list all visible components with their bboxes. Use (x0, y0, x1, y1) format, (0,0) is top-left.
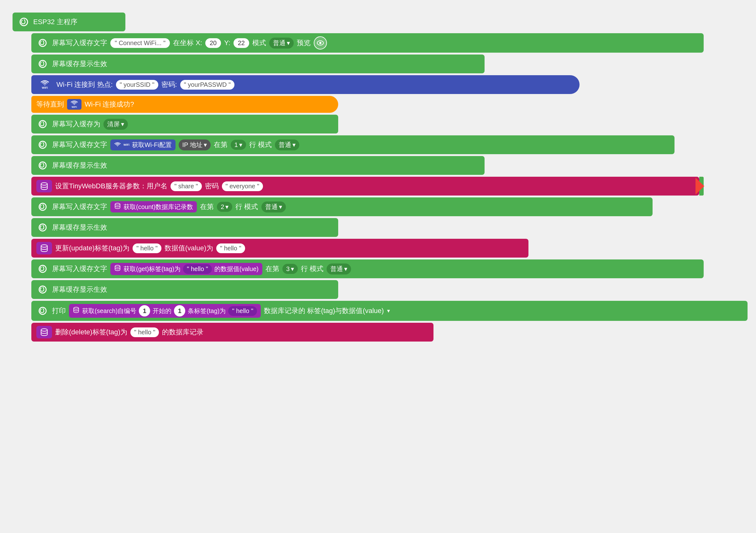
screen-flush-label-4: 屏幕缓存显示生效 (52, 285, 107, 294)
search-num1[interactable]: 1 (139, 305, 150, 316)
db-badge-3 (36, 326, 52, 338)
svg-point-12 (41, 245, 47, 247)
ip-config-dropdown[interactable]: IP 地址 ▾ (179, 140, 211, 150)
tinydb-pwd-label: 密码 (205, 181, 219, 191)
update-tag-label: 更新(update)标签(tag)为 (55, 244, 129, 253)
svg-point-17 (74, 307, 79, 309)
mode-dropdown-1[interactable]: 普通 ▾ (269, 38, 294, 49)
search-dropdown-arrow[interactable]: ▾ (387, 307, 390, 314)
count-db-block: 获取(count)数据库记录数 (110, 201, 197, 212)
spiral-icon-10 (36, 305, 49, 317)
row-dropdown-count[interactable]: 2 ▾ (217, 202, 232, 212)
db-badge-2 (36, 242, 52, 254)
ssid-value[interactable]: " yourSSID " (116, 80, 158, 90)
set-tinydb-block: 设置TinyWebDB服务器参数：用户名 " share " 密码 " ever… (31, 177, 699, 196)
row-dropdown-ip[interactable]: 1 ▾ (231, 140, 246, 150)
screen-flush-block-2: 屏幕缓存显示生效 (31, 156, 485, 175)
delete-tag-label: 删除(delete)标签(tag)为 (55, 328, 127, 337)
wifi-connect-block: WiFi Wi-Fi 连接到 热点: " yourSSID " 密码: " yo… (31, 75, 580, 94)
screen-write-block-1: 屏幕写入缓存文字 " Connect WiFi... " 在坐标 X: 20 Y… (31, 33, 704, 53)
db-badge-1 (36, 180, 52, 192)
screen-flush-block-3: 屏幕缓存显示生效 (31, 218, 338, 237)
screen-flush-label-3: 屏幕缓存显示生效 (52, 223, 107, 232)
get-db-label: 获取(get)标签(tag)为 (123, 265, 180, 273)
screen-write-label-1: 屏幕写入缓存文字 (52, 38, 107, 48)
header-label: ESP32 主程序 (33, 17, 77, 27)
wifi-badge-2: WiFi (67, 99, 81, 110)
y-label: Y: (224, 39, 230, 47)
spiral-icon (17, 16, 30, 28)
spiral-icon-7 (36, 221, 49, 234)
svg-point-18 (41, 329, 47, 331)
clear-dropdown[interactable]: 清屏 ▾ (103, 119, 128, 130)
delete-suffix: 的数据库记录 (162, 328, 203, 337)
svg-point-8 (41, 183, 47, 185)
coord-x-label: 在坐标 X: (173, 38, 202, 48)
search-num2[interactable]: 1 (174, 305, 185, 316)
screen-flush-label-2: 屏幕缓存显示生效 (52, 161, 107, 170)
row-label-get: 在第 (265, 264, 279, 274)
row-label-count: 在第 (200, 202, 214, 211)
update-tag-block: 更新(update)标签(tag)为 " hello " 数据值(value)为… (31, 239, 528, 257)
pwd-value[interactable]: " yourPASSWD " (180, 80, 234, 90)
tinydb-user-value[interactable]: " share " (171, 181, 202, 191)
red-arrow (695, 178, 704, 195)
spiral-icon-8 (36, 263, 49, 275)
wifi-config-label: 获取Wi-Fi配置 (132, 141, 172, 149)
update-tag-value[interactable]: " hello " (133, 244, 161, 253)
spiral-icon-4 (36, 139, 49, 151)
screen-write-count-block: 屏幕写入缓存文字 获取(count)数据库记录数 在第 2 ▾ 行 模式 普通 … (31, 198, 653, 216)
screen-write-get-block: 屏幕写入缓存文字 获取(get)标签(tag)为 " hello " 的数据值(… (31, 259, 704, 278)
spiral-icon-1 (36, 37, 49, 49)
search-end: 数据库记录的 标签(tag)与数据值(value) (264, 306, 384, 315)
preview-label-1: 预览 (297, 38, 310, 48)
svg-point-10 (115, 203, 120, 205)
spiral-icon-6 (36, 200, 49, 213)
spiral-icon-5 (36, 159, 49, 172)
screen-flush-block-1: 屏幕缓存显示生效 (31, 55, 485, 73)
search-db-label: 获取(search)自编号 (82, 307, 136, 315)
tinydb-label: 设置TinyWebDB服务器参数：用户名 (55, 181, 167, 191)
screen-flush-label-1: 屏幕缓存显示生效 (52, 59, 107, 68)
search-suffix: 条标签(tag)为 (188, 307, 226, 315)
spiral-icon-3 (36, 118, 49, 130)
delete-tag-value[interactable]: " hello " (130, 328, 159, 337)
preview-eye-btn[interactable] (314, 36, 327, 49)
row-dropdown-get[interactable]: 3 ▾ (283, 264, 298, 274)
search-db-block: 获取(search)自编号 1 开始的 1 条标签(tag)为 " hello … (69, 304, 261, 318)
print-label: 打印 (52, 306, 66, 315)
wifi-connect-label: Wi-Fi 连接到 热点: (56, 80, 113, 89)
screen-write-ip-block: 屏幕写入缓存文字 WiFi 获取Wi-Fi配置 IP 地址 ▾ 在第 1 ▾ 行… (31, 135, 675, 154)
wait-label: 等待直到 (36, 100, 64, 109)
delete-tag-block: 删除(delete)标签(tag)为 " hello " 的数据库记录 (31, 323, 433, 341)
wifi-badge-1: WiFi (36, 78, 53, 91)
row-label-ip: 在第 (214, 140, 228, 149)
search-middle: 开始的 (153, 307, 172, 315)
screen-write-count-label: 屏幕写入缓存文字 (52, 202, 107, 211)
mode-label-ip: 行 模式 (249, 140, 272, 149)
mode-dropdown-count[interactable]: 普通 ▾ (261, 201, 286, 212)
screen-clear-label: 屏幕写入缓存为 (52, 120, 100, 129)
connect-wifi-value[interactable]: " Connect WiFi... " (110, 38, 170, 48)
mode-label-1: 模式 (252, 38, 266, 48)
svg-point-14 (115, 265, 120, 267)
count-db-label: 获取(count)数据库记录数 (123, 203, 193, 211)
mode-dropdown-ip[interactable]: 普通 ▾ (275, 140, 299, 150)
mode-label-get: 行 模式 (301, 264, 323, 274)
y-value[interactable]: 22 (233, 38, 249, 48)
mode-dropdown-get[interactable]: 普通 ▾ (327, 263, 351, 275)
screen-flush-block-4: 屏幕缓存显示生效 (31, 280, 338, 299)
update-value-label: 数据值(value)为 (165, 244, 213, 253)
search-tag-value[interactable]: " hello " (228, 306, 257, 316)
x-value[interactable]: 20 (205, 38, 221, 48)
get-db-suffix: 的数据值(value) (214, 265, 258, 273)
set-tinydb-row: 设置TinyWebDB服务器参数：用户名 " share " 密码 " ever… (31, 177, 704, 196)
db-search-icon (73, 306, 80, 315)
print-search-block: 打印 获取(search)自编号 1 开始的 1 条标签(tag)为 " hel… (31, 301, 747, 321)
spiral-icon-2 (36, 58, 49, 70)
tinydb-pwd-value[interactable]: " everyone " (222, 181, 263, 191)
update-value-value[interactable]: " hello " (216, 244, 245, 253)
get-db-block: 获取(get)标签(tag)为 " hello " 的数据值(value) (110, 263, 262, 275)
wifi-inner-badge (114, 141, 121, 149)
get-tag-value[interactable]: " hello " (183, 264, 212, 274)
